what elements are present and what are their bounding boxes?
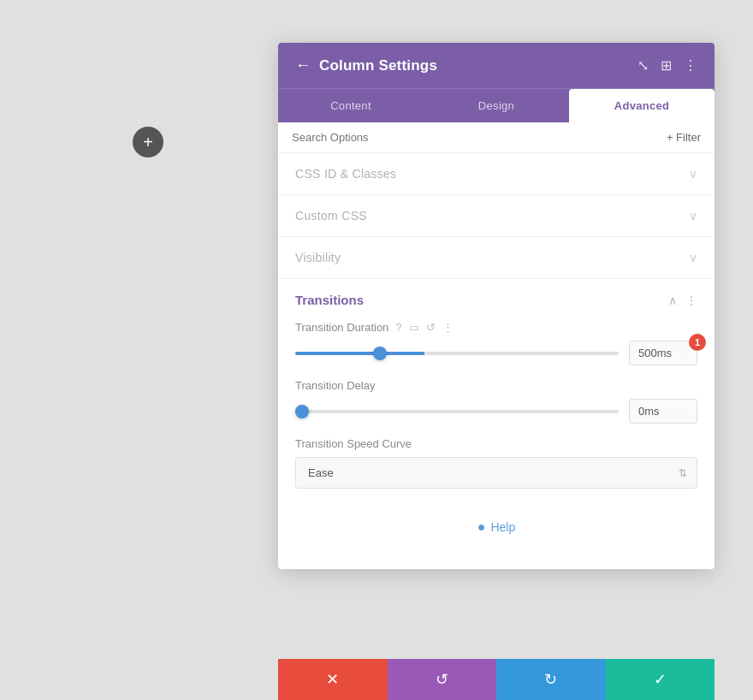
redo-button[interactable]: ↻ [496, 659, 606, 700]
speed-curve-label: Transition Speed Curve [295, 437, 697, 450]
search-input[interactable] [292, 131, 667, 144]
duration-reset-icon[interactable]: ↺ [426, 321, 436, 334]
duration-input-wrapper: 500ms 1 [629, 341, 697, 365]
panel-header: ← Column Settings ⤡ ⊞ ⋮ [278, 43, 714, 88]
duration-badge: 1 [689, 334, 706, 351]
transitions-title: Transitions [295, 293, 364, 307]
duration-help-icon[interactable]: ? [395, 321, 401, 334]
duration-more-icon[interactable]: ⋮ [442, 321, 454, 334]
duration-slider[interactable] [295, 352, 619, 355]
column-settings-panel: ← Column Settings ⤡ ⊞ ⋮ Content Design A… [278, 43, 714, 569]
tab-advanced[interactable]: Advanced [569, 89, 714, 122]
help-link[interactable]: Help [490, 520, 515, 534]
header-left: ← Column Settings [295, 56, 437, 74]
transitions-header: Transitions ∧ ⋮ [295, 293, 697, 307]
speed-curve-select-wrapper: Ease Linear Ease In Ease Out Ease In Out… [295, 457, 697, 489]
panel-title: Column Settings [319, 57, 437, 74]
help-circle-icon: ● [477, 519, 486, 535]
duration-label: Transition Duration [295, 321, 388, 334]
transitions-section: Transitions ∧ ⋮ Transition Duration ? ▭ … [278, 279, 714, 569]
delay-input[interactable]: 0ms [629, 399, 697, 424]
tab-content[interactable]: Content [278, 89, 424, 122]
visibility-chevron-icon: ∨ [689, 251, 697, 264]
custom-css-section[interactable]: Custom CSS ∨ [278, 195, 714, 237]
duration-slider-wrapper [295, 345, 619, 362]
cancel-button[interactable]: ✕ [278, 659, 388, 700]
css-chevron-icon: ∨ [689, 167, 697, 181]
bottom-action-bar: ✕ ↺ ↻ ✓ [278, 659, 714, 700]
css-section-title: CSS ID & Classes [295, 167, 396, 181]
duration-input[interactable]: 500ms [629, 341, 697, 365]
delay-slider[interactable] [295, 410, 619, 413]
delay-slider-wrapper [295, 403, 619, 420]
filter-label: + Filter [667, 131, 701, 144]
speed-curve-select[interactable]: Ease Linear Ease In Ease Out Ease In Out [295, 457, 697, 489]
visibility-title: Visibility [295, 251, 341, 264]
help-row: ● Help [295, 502, 697, 552]
save-icon: ✓ [654, 670, 667, 689]
add-element-button[interactable]: + [133, 127, 163, 157]
delay-slider-row: 0ms [295, 399, 697, 424]
undo-icon: ↺ [436, 670, 448, 689]
speed-curve-field: Transition Speed Curve Ease Linear Ease … [295, 437, 697, 489]
search-bar: + Filter [278, 122, 714, 153]
plus-icon: + [143, 133, 153, 152]
duration-field: Transition Duration ? ▭ ↺ ⋮ 500ms 1 [295, 321, 697, 365]
duration-slider-row: 500ms 1 [295, 341, 697, 365]
css-section[interactable]: CSS ID & Classes ∨ [278, 153, 714, 195]
transitions-icons: ∧ ⋮ [668, 294, 697, 307]
custom-css-chevron-icon: ∨ [689, 209, 697, 222]
redo-icon: ↻ [544, 670, 557, 689]
more-icon[interactable]: ⋮ [684, 57, 697, 74]
delay-label: Transition Delay [295, 379, 375, 392]
tabs-bar: Content Design Advanced [278, 88, 714, 122]
delay-field: Transition Delay 0ms [295, 379, 697, 424]
delay-input-wrapper: 0ms [629, 399, 697, 424]
duration-label-row: Transition Duration ? ▭ ↺ ⋮ [295, 321, 697, 334]
undo-button[interactable]: ↺ [388, 659, 497, 700]
delay-label-row: Transition Delay [295, 379, 697, 392]
tab-design[interactable]: Design [424, 89, 569, 122]
visibility-section[interactable]: Visibility ∨ [278, 237, 714, 279]
filter-button[interactable]: + Filter [667, 131, 701, 144]
transitions-collapse-icon[interactable]: ∧ [668, 294, 677, 307]
header-actions: ⤡ ⊞ ⋮ [637, 57, 697, 74]
back-icon[interactable]: ← [295, 56, 311, 74]
transitions-more-icon[interactable]: ⋮ [685, 294, 697, 307]
custom-css-title: Custom CSS [295, 209, 367, 222]
layout-icon[interactable]: ⊞ [661, 57, 672, 74]
save-button[interactable]: ✓ [606, 659, 715, 700]
cancel-icon: ✕ [326, 670, 339, 689]
expand-icon[interactable]: ⤡ [637, 57, 649, 74]
duration-desktop-icon[interactable]: ▭ [409, 321, 419, 334]
